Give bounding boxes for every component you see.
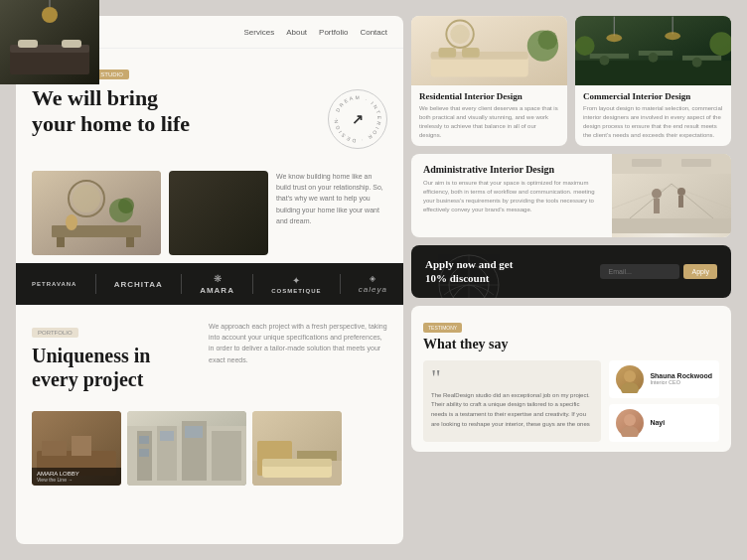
svg-point-77 bbox=[624, 370, 636, 382]
residential-title: Residential Interior Design bbox=[419, 91, 559, 101]
discount-card: Apply now and get 10% discount Apply bbox=[411, 245, 731, 298]
residential-service-card: Residential Interior Design We believe t… bbox=[411, 16, 567, 146]
hero-title: We will bring your home to life bbox=[32, 85, 190, 138]
commercial-body: Commercial Interior Design From layout d… bbox=[575, 85, 731, 146]
reviewer-info-1: Shauna Rockwood Interior CEO bbox=[650, 372, 712, 385]
portfolio-image-3 bbox=[252, 411, 342, 486]
portfolio-image-1: AMARA LOBBY View the Line → bbox=[32, 411, 121, 486]
brand-amara: ❋ AMARA bbox=[200, 273, 234, 295]
admin-body: Administrative Interior Design Our aim i… bbox=[411, 154, 612, 237]
svg-point-69 bbox=[652, 189, 662, 199]
svg-rect-30 bbox=[185, 426, 203, 438]
portfolio-image-2 bbox=[127, 411, 246, 486]
svg-point-79 bbox=[624, 414, 636, 426]
svg-point-3 bbox=[73, 185, 100, 212]
svg-point-78 bbox=[621, 382, 639, 393]
left-panel: RealDesign Services About Portfolio Cont… bbox=[16, 16, 403, 544]
svg-rect-20 bbox=[72, 436, 91, 456]
right-panel: Residential Interior Design We believe t… bbox=[411, 16, 731, 544]
svg-point-45 bbox=[450, 25, 470, 45]
portfolio-badge: PORTFOLIO bbox=[32, 328, 78, 338]
reviewer-name-2: Nayi bbox=[650, 419, 665, 426]
svg-rect-6 bbox=[126, 237, 134, 247]
svg-rect-47 bbox=[575, 61, 731, 85]
commercial-text: From layout design to material selection… bbox=[583, 104, 723, 140]
reviewer-name-1: Shauna Rockwood bbox=[650, 372, 712, 379]
admin-title: Administrative Interior Design bbox=[423, 164, 600, 175]
service-cards: Residential Interior Design We believe t… bbox=[411, 16, 731, 146]
residential-body: Residential Interior Design We believe t… bbox=[411, 85, 567, 146]
portfolio-images: AMARA LOBBY View the Line → bbox=[16, 399, 403, 486]
testimonials-title: What they say bbox=[423, 337, 719, 352]
discount-title-line2: 10% discount bbox=[425, 271, 513, 285]
brand-cosmetique: ✦ COSMETIQUE bbox=[271, 275, 321, 294]
brands-bar: PETRAVANA ARCHITAA ❋ AMARA ✦ COSMETIQUE … bbox=[16, 263, 403, 305]
admin-image bbox=[612, 154, 731, 237]
portfolio-content: PORTFOLIO Uniqueness in every project We… bbox=[32, 321, 387, 399]
brand-divider-4 bbox=[340, 274, 341, 294]
svg-rect-67 bbox=[681, 159, 711, 167]
svg-rect-70 bbox=[654, 199, 660, 213]
discount-title-line1: Apply now and get bbox=[425, 257, 513, 271]
nav-contact[interactable]: Contact bbox=[360, 28, 387, 37]
brand-divider-2 bbox=[181, 274, 182, 294]
svg-point-54 bbox=[575, 36, 595, 56]
svg-rect-48 bbox=[590, 54, 629, 59]
svg-rect-27 bbox=[139, 436, 149, 444]
svg-point-53 bbox=[692, 58, 702, 68]
svg-rect-66 bbox=[632, 159, 662, 167]
hero-content: We will bring your home to life · DREAM … bbox=[32, 85, 387, 149]
brand-petravana: PETRAVANA bbox=[32, 281, 76, 287]
brand-divider-3 bbox=[252, 274, 253, 294]
reviewer-avatar-2 bbox=[616, 409, 644, 437]
residential-image bbox=[411, 16, 567, 85]
discount-form[interactable]: Apply bbox=[600, 264, 717, 279]
commercial-service-card: Commercial Interior Design From layout d… bbox=[575, 16, 731, 146]
portfolio-title: Uniqueness in every project bbox=[32, 344, 199, 391]
reviewer-card-1: Shauna Rockwood Interior CEO bbox=[609, 360, 719, 398]
svg-point-51 bbox=[600, 56, 610, 66]
testimonials-badge: TESTIMONY bbox=[423, 323, 462, 333]
brand-divider bbox=[95, 274, 96, 294]
svg-rect-29 bbox=[160, 431, 174, 441]
svg-rect-40 bbox=[438, 48, 456, 58]
discount-apply-button[interactable]: Apply bbox=[683, 264, 717, 279]
portfolio-text: PORTFOLIO Uniqueness in every project bbox=[32, 321, 199, 399]
quote-text: The RealDesign studio did an exceptional… bbox=[431, 391, 593, 429]
portfolio-image-label-1: AMARA LOBBY View the Line → bbox=[32, 468, 121, 486]
svg-point-59 bbox=[665, 32, 680, 40]
svg-point-57 bbox=[606, 34, 622, 42]
svg-point-9 bbox=[118, 198, 134, 213]
hero-circle: · DREAM · INTERIOR · DESIGN ↗ bbox=[328, 89, 387, 149]
svg-rect-50 bbox=[682, 56, 721, 61]
nav-portfolio[interactable]: Portfolio bbox=[319, 28, 348, 37]
administrative-service-card: Administrative Interior Design Our aim i… bbox=[411, 154, 731, 237]
testimonials-card: TESTIMONY What they say " The RealDesign… bbox=[411, 306, 731, 452]
reviewer-avatar-1 bbox=[616, 365, 644, 393]
testimonials-content: " The RealDesign studio did an exception… bbox=[423, 360, 719, 442]
portfolio-description: We approach each project with a fresh pe… bbox=[209, 321, 387, 399]
brand-architaa: ARCHITAA bbox=[114, 280, 163, 289]
nav-about[interactable]: About bbox=[286, 28, 307, 37]
hero-room-image-right bbox=[169, 171, 268, 255]
svg-rect-72 bbox=[678, 196, 683, 208]
svg-rect-28 bbox=[139, 449, 149, 457]
svg-rect-19 bbox=[42, 441, 67, 456]
reviewer-card-2: Nayi bbox=[609, 404, 719, 442]
svg-point-52 bbox=[649, 53, 659, 63]
hero-images: We know building home like an build trus… bbox=[16, 171, 403, 255]
hero-description: We know building home like an build trus… bbox=[276, 171, 387, 255]
admin-text: Our aim is to ensure that your space is … bbox=[423, 179, 600, 214]
svg-rect-65 bbox=[612, 154, 731, 174]
reviewer-cards: Shauna Rockwood Interior CEO Nayi bbox=[609, 360, 719, 442]
quote-block: " The RealDesign studio did an exception… bbox=[423, 360, 601, 442]
portfolio-section: PORTFOLIO Uniqueness in every project We… bbox=[16, 305, 403, 399]
discount-email-input[interactable] bbox=[600, 264, 679, 279]
svg-rect-5 bbox=[57, 237, 65, 247]
commercial-title: Commercial Interior Design bbox=[583, 91, 723, 101]
discount-text: Apply now and get 10% discount bbox=[425, 257, 513, 286]
brand-caleya: ◈ caleya bbox=[359, 274, 387, 294]
nav-services[interactable]: Services bbox=[243, 28, 274, 37]
svg-point-43 bbox=[538, 30, 558, 50]
hero-room-image-left bbox=[32, 171, 161, 255]
